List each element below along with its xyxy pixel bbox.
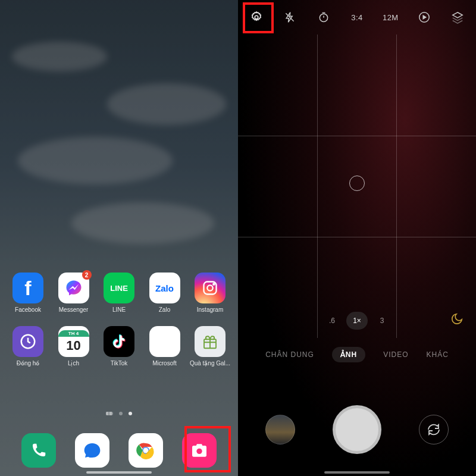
motion-photo-button[interactable] [411, 4, 438, 31]
svg-point-9 [255, 15, 258, 19]
viewfinder[interactable]: .6 1× 3 [238, 35, 476, 338]
app-galaxy-gift[interactable]: Quà tặng Gal... [192, 326, 228, 367]
app-messenger[interactable]: 2 Messenger [55, 273, 92, 313]
flash-button[interactable] [276, 4, 303, 31]
svg-point-7 [196, 449, 202, 454]
dock-chrome[interactable] [129, 433, 163, 468]
app-calendar[interactable]: TH 4 10 Lịch [55, 326, 92, 367]
messenger-icon: 2 [58, 273, 89, 303]
dock-phone[interactable] [21, 433, 56, 468]
night-mode-button[interactable] [447, 309, 466, 328]
calendar-month: TH 4 [58, 330, 89, 337]
mode-photo[interactable]: ẢNH [332, 347, 365, 362]
svg-point-8 [203, 447, 205, 449]
app-tiktok[interactable]: TikTok [101, 326, 137, 367]
mode-more[interactable]: KHÁC [427, 350, 449, 359]
shutter-button[interactable] [333, 405, 381, 454]
side-by-side-tutorial: f Facebook 2 Messenger LINE LINE Zalo Z [0, 0, 476, 476]
zoom-level[interactable]: .6 [321, 312, 343, 330]
app-label: LINE [112, 306, 126, 313]
resolution-button[interactable]: 12M [377, 4, 404, 31]
dock-camera[interactable] [182, 433, 217, 468]
dock [0, 433, 238, 468]
app-label: Microsoft [152, 360, 177, 367]
app-zalo[interactable]: Zalo Zalo [146, 273, 183, 313]
app-label: Lịch [68, 360, 79, 367]
app-line[interactable]: LINE LINE [101, 273, 137, 313]
zoom-level[interactable]: 3 [371, 312, 393, 330]
svg-point-2 [213, 283, 214, 284]
app-label: Messenger [59, 306, 88, 313]
mode-selector[interactable]: CHÂN DUNG ẢNH VIDEO KHÁC [238, 343, 476, 367]
zoom-controls: .6 1× 3 [321, 312, 393, 330]
facebook-icon: f [12, 273, 43, 303]
filters-button[interactable] [444, 4, 471, 31]
app-label: Quà tặng Gal... [190, 360, 230, 367]
zoom-level-active[interactable]: 1× [346, 312, 368, 330]
camera-app: 3:4 12M .6 1× 3 [238, 0, 476, 476]
page-indicator[interactable] [0, 412, 238, 415]
timer-button[interactable] [310, 4, 337, 31]
app-row: Đồng hồ TH 4 10 Lịch TikTok [10, 326, 228, 367]
calendar-icon: TH 4 10 [58, 326, 89, 357]
notification-badge: 2 [82, 270, 92, 280]
app-clock[interactable]: Đồng hồ [10, 326, 46, 367]
gift-icon [195, 326, 226, 357]
focus-ring [349, 176, 365, 191]
svg-point-1 [207, 285, 212, 290]
app-label: Facebook [15, 306, 41, 313]
gesture-bar[interactable] [86, 471, 152, 474]
home-screen: f Facebook 2 Messenger LINE LINE Zalo Z [0, 0, 238, 476]
mode-video[interactable]: VIDEO [383, 350, 408, 359]
app-label: Đồng hồ [17, 360, 40, 367]
camera-topbar: 3:4 12M [238, 0, 476, 35]
app-row: f Facebook 2 Messenger LINE LINE Zalo Z [10, 273, 228, 313]
microsoft-icon [149, 326, 180, 357]
switch-camera-button[interactable] [419, 415, 449, 444]
instagram-icon [195, 273, 226, 303]
wallpaper-clouds [0, 0, 238, 476]
tiktok-icon [104, 326, 134, 357]
settings-button[interactable] [243, 4, 270, 31]
line-icon: LINE [104, 273, 134, 303]
mode-portrait[interactable]: CHÂN DUNG [265, 350, 314, 359]
app-instagram[interactable]: Instagram [192, 273, 228, 313]
dock-messages[interactable] [75, 433, 109, 468]
clock-icon [12, 326, 43, 357]
camera-controls [238, 394, 476, 465]
app-label: TikTok [111, 360, 128, 367]
app-facebook[interactable]: f Facebook [10, 273, 46, 313]
gallery-thumbnail[interactable] [265, 415, 295, 444]
app-grid: f Facebook 2 Messenger LINE LINE Zalo Z [0, 273, 238, 380]
calendar-day: 10 [66, 338, 80, 353]
zalo-icon: Zalo [149, 273, 180, 303]
app-label: Zalo [159, 306, 170, 313]
gesture-bar[interactable] [324, 471, 390, 474]
app-label: Instagram [197, 306, 223, 313]
app-microsoft[interactable]: Microsoft [146, 326, 183, 367]
aspect-ratio-button[interactable]: 3:4 [343, 4, 371, 31]
